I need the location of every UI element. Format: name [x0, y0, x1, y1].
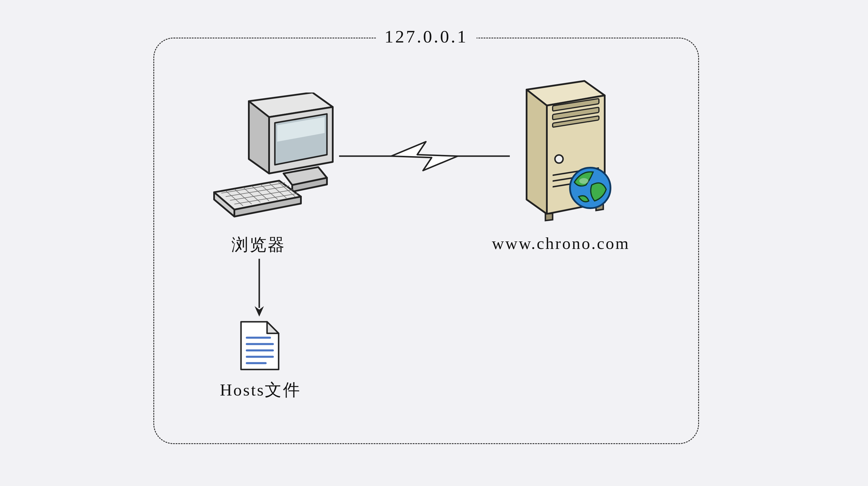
browser-label: 浏览器: [231, 234, 286, 256]
browser-computer-icon: [206, 93, 339, 220]
webserver-icon: [509, 78, 619, 223]
hosts-file-label: Hosts文件: [220, 379, 301, 401]
connection-lightning-icon: [339, 139, 510, 173]
svg-point-16: [555, 155, 563, 163]
svg-point-21: [579, 178, 589, 184]
server-label: www.chrono.com: [492, 234, 630, 253]
hosts-file-icon: [240, 320, 280, 371]
localhost-box-title: 127.0.0.1: [376, 26, 476, 47]
diagram-canvas: 127.0.0.1: [0, 0, 868, 486]
arrow-browser-to-hosts: [253, 259, 265, 317]
